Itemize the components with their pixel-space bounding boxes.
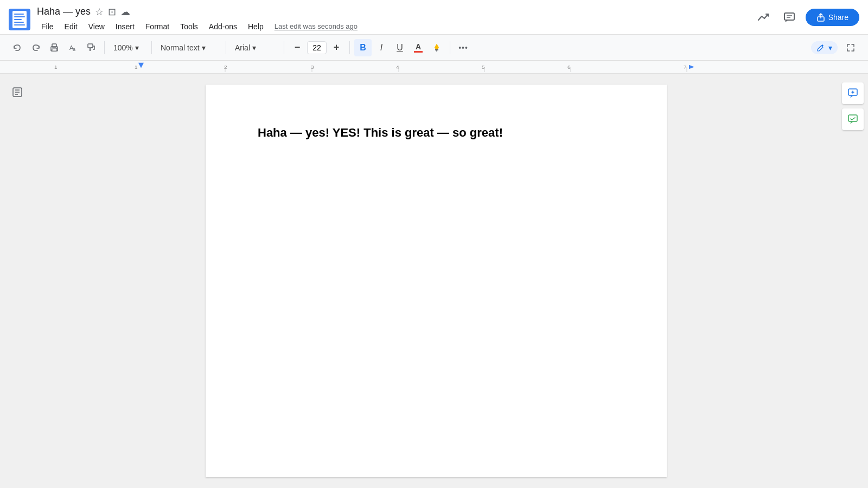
document-page[interactable]: Haha — yes! YES! This is great — so grea… bbox=[206, 85, 667, 477]
menu-view[interactable]: View bbox=[84, 20, 109, 33]
trending-icon[interactable] bbox=[754, 8, 773, 27]
top-right-actions: Share bbox=[754, 8, 859, 31]
edit-mode-arrow: ▾ bbox=[828, 43, 832, 52]
last-edit-status: Last edit was seconds ago bbox=[275, 22, 358, 30]
menu-edit[interactable]: Edit bbox=[60, 20, 82, 33]
add-comment-button[interactable] bbox=[842, 82, 864, 104]
font-selector[interactable]: Arial ▾ bbox=[231, 41, 279, 54]
style-selector[interactable]: Normal text ▾ bbox=[156, 41, 221, 54]
logo-line bbox=[14, 22, 24, 23]
toolbar: Aa 100% ▾ Normal text ▾ Arial ▾ − 22 + B… bbox=[0, 35, 868, 61]
undo-button[interactable] bbox=[9, 39, 26, 56]
text-color-letter: A bbox=[416, 43, 421, 50]
share-button[interactable]: Share bbox=[806, 9, 859, 26]
menu-row: File Edit View Insert Format Tools Add-o… bbox=[37, 20, 754, 33]
doc-title[interactable]: Haha — yes bbox=[37, 6, 91, 17]
font-size-input[interactable]: 22 bbox=[307, 41, 327, 54]
title-area: Haha — yes ☆ ⊡ ☁ File Edit View Insert F… bbox=[37, 6, 754, 33]
share-label: Share bbox=[828, 13, 848, 22]
increase-font-size-button[interactable]: + bbox=[328, 39, 345, 56]
ruler[interactable]: 1 1 2 3 4 5 6 7 bbox=[0, 61, 868, 74]
style-value: Normal text bbox=[161, 43, 200, 52]
font-arrow: ▾ bbox=[252, 43, 256, 52]
sep-3 bbox=[226, 41, 226, 54]
sep-4 bbox=[284, 41, 284, 54]
history-group: Aa bbox=[9, 39, 100, 56]
svg-text:1: 1 bbox=[135, 65, 138, 70]
zoom-arrow: ▾ bbox=[135, 43, 139, 52]
logo-line bbox=[14, 19, 22, 20]
svg-rect-39 bbox=[848, 115, 857, 121]
text-format-group: B I U A bbox=[354, 39, 445, 56]
suggest-edit-button[interactable] bbox=[842, 108, 864, 130]
svg-text:6: 6 bbox=[567, 65, 571, 70]
svg-text:a: a bbox=[73, 47, 75, 52]
zoom-selector[interactable]: 100% ▾ bbox=[109, 41, 147, 54]
menu-help[interactable]: Help bbox=[244, 20, 268, 33]
fullscreen-button[interactable] bbox=[842, 39, 859, 56]
docs-logo-inner bbox=[12, 11, 27, 28]
underline-button[interactable]: U bbox=[391, 39, 409, 56]
decrease-font-size-button[interactable]: − bbox=[289, 39, 306, 56]
sep-5 bbox=[349, 41, 350, 54]
style-arrow: ▾ bbox=[202, 43, 206, 52]
docs-logo[interactable] bbox=[9, 9, 30, 30]
paint-format-button[interactable] bbox=[82, 39, 100, 56]
menu-insert[interactable]: Insert bbox=[111, 20, 139, 33]
edit-mode-selector[interactable]: ▾ bbox=[811, 41, 838, 54]
star-icon[interactable]: ☆ bbox=[95, 6, 104, 18]
menu-file[interactable]: File bbox=[37, 20, 58, 33]
svg-point-7 bbox=[56, 48, 57, 49]
more-options-button[interactable]: ••• bbox=[455, 39, 472, 56]
top-bar: Haha — yes ☆ ⊡ ☁ File Edit View Insert F… bbox=[0, 0, 868, 35]
main-content: Haha — yes! YES! This is great — so grea… bbox=[0, 74, 868, 488]
title-row: Haha — yes ☆ ⊡ ☁ bbox=[37, 6, 754, 18]
logo-line bbox=[14, 16, 25, 17]
text-color-indicator: A bbox=[414, 43, 423, 53]
font-value: Arial bbox=[235, 43, 250, 52]
cloud-icon[interactable]: ☁ bbox=[120, 6, 130, 18]
comments-icon[interactable] bbox=[780, 8, 799, 27]
sep-1 bbox=[104, 41, 105, 54]
logo-line bbox=[14, 24, 25, 25]
bold-button[interactable]: B bbox=[354, 39, 372, 56]
zoom-value: 100% bbox=[113, 43, 133, 52]
menu-tools[interactable]: Tools bbox=[176, 20, 202, 33]
document-content[interactable]: Haha — yes! YES! This is great — so grea… bbox=[258, 124, 615, 142]
print-button[interactable] bbox=[46, 39, 63, 56]
text-color-button[interactable]: A bbox=[410, 39, 427, 56]
svg-rect-6 bbox=[52, 49, 56, 51]
sidebar-right bbox=[838, 74, 868, 488]
outline-icon[interactable] bbox=[8, 82, 27, 102]
sep-6 bbox=[450, 41, 450, 54]
svg-text:7: 7 bbox=[684, 65, 687, 70]
svg-rect-0 bbox=[784, 13, 794, 20]
italic-button[interactable]: I bbox=[373, 39, 390, 56]
redo-button[interactable] bbox=[27, 39, 44, 56]
font-size-control: − 22 + bbox=[289, 39, 345, 56]
svg-rect-10 bbox=[88, 44, 93, 48]
highlight-button[interactable] bbox=[428, 39, 445, 56]
sidebar-left bbox=[0, 74, 35, 488]
svg-rect-15 bbox=[0, 61, 868, 73]
spell-check-button[interactable]: Aa bbox=[64, 39, 81, 56]
logo-line bbox=[14, 14, 24, 15]
sep-2 bbox=[151, 41, 152, 54]
svg-text:1: 1 bbox=[54, 65, 58, 70]
document-area[interactable]: Haha — yes! YES! This is great — so grea… bbox=[35, 74, 838, 488]
menu-format[interactable]: Format bbox=[141, 20, 174, 33]
menu-addons[interactable]: Add-ons bbox=[205, 20, 241, 33]
folder-icon[interactable]: ⊡ bbox=[108, 6, 116, 18]
svg-text:3: 3 bbox=[311, 65, 314, 70]
svg-text:2: 2 bbox=[224, 65, 227, 70]
text-color-bar bbox=[414, 51, 423, 53]
